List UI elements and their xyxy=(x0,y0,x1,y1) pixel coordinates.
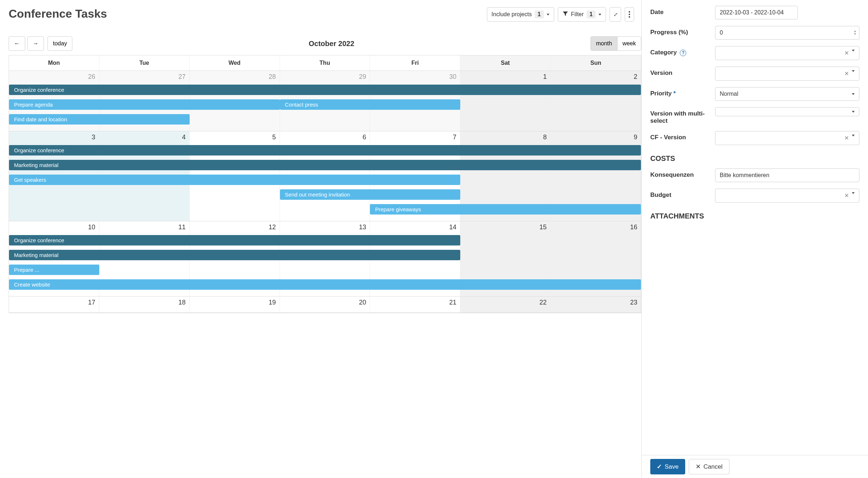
priority-label: Priority * xyxy=(650,87,715,97)
calendar-event[interactable]: Prepare giveaways xyxy=(370,204,641,215)
cancel-button[interactable]: Cancel xyxy=(689,459,729,474)
calendar-event[interactable]: Send out meeting invitation xyxy=(280,189,461,200)
include-projects-dropdown[interactable]: Include projects 1 xyxy=(487,7,554,22)
prev-button[interactable] xyxy=(9,36,25,51)
progress-field[interactable] xyxy=(715,26,859,40)
filter-icon xyxy=(562,11,568,18)
today-button[interactable]: today xyxy=(48,36,72,51)
include-projects-label: Include projects xyxy=(492,11,532,18)
clear-icon[interactable] xyxy=(844,135,849,141)
save-button[interactable]: Save xyxy=(650,459,685,474)
next-button[interactable] xyxy=(27,36,44,51)
budget-label: Budget xyxy=(650,189,715,199)
budget-select[interactable] xyxy=(715,189,859,203)
day-header: Sun xyxy=(551,55,641,71)
day-header: Mon xyxy=(9,55,99,71)
calendar-grid: MonTueWedThuFriSatSun 262728293012Organi… xyxy=(9,55,641,313)
clear-icon[interactable] xyxy=(844,192,849,199)
filter-count: 1 xyxy=(587,10,596,18)
day-header: Tue xyxy=(99,55,190,71)
date-field[interactable] xyxy=(715,6,798,19)
costs-section-title: COSTS xyxy=(650,154,859,163)
chevron-down-icon xyxy=(547,14,550,15)
day-header: Wed xyxy=(190,55,280,71)
close-icon xyxy=(696,463,701,470)
cf-version-label: CF - Version xyxy=(650,131,715,141)
filter-dropdown[interactable]: Filter 1 xyxy=(558,7,606,22)
clear-icon[interactable] xyxy=(844,70,849,77)
check-icon xyxy=(657,463,662,470)
calendar-event[interactable]: Prepare agenda xyxy=(9,99,280,110)
day-header: Thu xyxy=(280,55,370,71)
view-month-button[interactable]: month xyxy=(591,37,617,50)
calendar-event[interactable]: Organize conference xyxy=(9,85,641,95)
fullscreen-button[interactable]: ⤢ xyxy=(610,7,621,22)
view-week-button[interactable]: week xyxy=(617,37,641,50)
calendar-event[interactable]: Contact press xyxy=(280,99,461,110)
chevron-down-icon xyxy=(852,93,855,95)
arrow-right-icon xyxy=(33,40,39,46)
arrow-left-icon xyxy=(14,40,20,46)
calendar-event[interactable]: Organize conference xyxy=(9,145,641,155)
version-select[interactable] xyxy=(715,67,859,81)
calendar-event[interactable]: Find date and location xyxy=(9,114,190,125)
progress-label: Progress (%) xyxy=(650,26,715,36)
chevron-down-icon xyxy=(852,192,855,194)
help-icon[interactable]: ? xyxy=(680,50,686,56)
chevron-down-icon xyxy=(852,135,855,136)
date-label: Date xyxy=(650,6,715,16)
cf-version-select[interactable] xyxy=(715,131,859,145)
details-panel: Date Progress (%) ▲▼ Category ? xyxy=(641,0,868,478)
version-multi-label: Version with multi-select xyxy=(650,107,715,125)
clear-icon[interactable] xyxy=(844,50,849,57)
calendar-event[interactable]: Marketing material xyxy=(9,160,641,170)
calendar-event[interactable]: Organize conference xyxy=(9,235,460,245)
include-projects-count: 1 xyxy=(535,10,544,18)
chevron-down-icon xyxy=(852,50,855,51)
chevron-down-icon xyxy=(852,111,855,113)
konsequenzen-label: Konsequenzen xyxy=(650,168,715,179)
chevron-down-icon xyxy=(852,70,855,72)
attachments-section-title: ATTACHMENTS xyxy=(650,212,859,220)
version-multi-select[interactable] xyxy=(715,107,859,116)
calendar-title: October 2022 xyxy=(72,40,591,48)
priority-select[interactable]: Normal xyxy=(715,87,859,101)
calendar-event[interactable]: Get speakers xyxy=(9,175,460,185)
category-label: Category ? xyxy=(650,46,715,56)
filter-label: Filter xyxy=(571,11,584,18)
page-title: Conference Tasks xyxy=(9,7,107,21)
more-menu-button[interactable] xyxy=(625,7,634,22)
category-select[interactable] xyxy=(715,46,859,60)
more-icon xyxy=(629,11,630,18)
calendar-event[interactable]: Marketing material xyxy=(9,250,460,260)
expand-icon: ⤢ xyxy=(614,12,617,17)
stepper-icon[interactable]: ▲▼ xyxy=(854,30,856,36)
calendar-event[interactable]: Create website xyxy=(9,279,641,290)
konsequenzen-field[interactable] xyxy=(715,168,859,182)
day-header: Sat xyxy=(460,55,551,71)
calendar-event[interactable]: Prepare ... xyxy=(9,265,99,275)
version-label: Version xyxy=(650,67,715,77)
day-header: Fri xyxy=(370,55,460,71)
chevron-down-icon xyxy=(598,14,601,15)
